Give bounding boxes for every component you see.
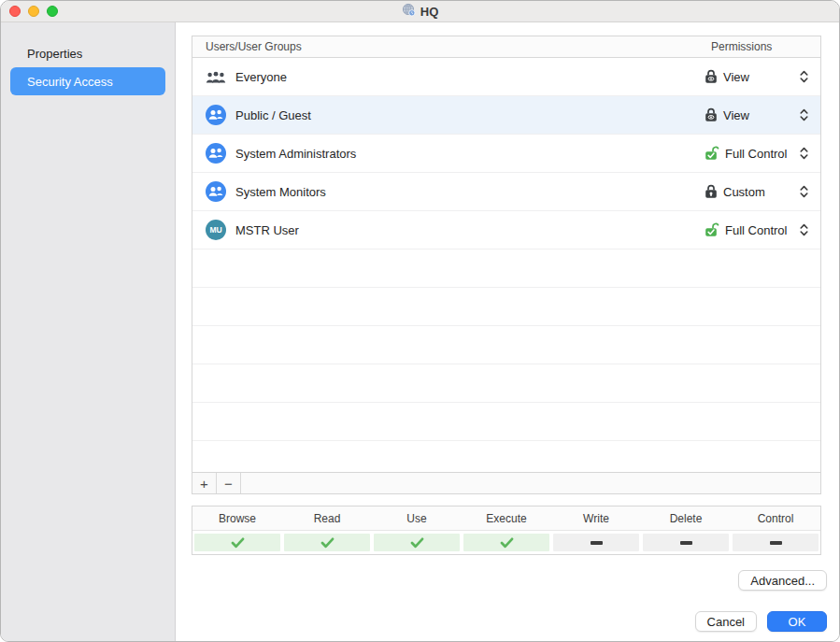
updown-chevrons-icon bbox=[799, 69, 809, 84]
user-group-avatar-icon bbox=[206, 105, 226, 125]
permission-column-header: Write bbox=[551, 512, 641, 525]
empty-table-row bbox=[192, 364, 820, 403]
permission-detail-grid: BrowseReadUseExecuteWriteDeleteControl bbox=[192, 506, 821, 555]
user-group-avatar-icon bbox=[206, 143, 226, 164]
permission-column-header: Browse bbox=[192, 512, 282, 525]
denied-dash-icon bbox=[733, 534, 819, 551]
permission-dropdown[interactable]: View bbox=[705, 107, 809, 122]
lock-open-icon bbox=[705, 146, 719, 161]
permission-toggle-cell[interactable] bbox=[192, 531, 282, 554]
lock-open-icon bbox=[705, 222, 719, 237]
table-row[interactable]: MUMSTR UserFull Control bbox=[192, 211, 820, 250]
permission-toggle-cell[interactable] bbox=[372, 531, 462, 554]
globe-clock-icon bbox=[402, 3, 416, 20]
sidebar: Properties Security Access bbox=[1, 22, 176, 641]
lock-closed-icon bbox=[705, 69, 718, 84]
permission-column-header: Read bbox=[282, 512, 372, 525]
security-access-panel: Users/User Groups Permissions EveryoneVi… bbox=[176, 22, 839, 641]
permission-value: View bbox=[723, 70, 749, 84]
permission-toggle-cell[interactable] bbox=[551, 531, 641, 554]
empty-table-row bbox=[192, 250, 820, 288]
permission-value: Full Control bbox=[725, 147, 787, 161]
permission-dropdown[interactable]: Custom bbox=[705, 184, 809, 199]
permission-toggle-cell[interactable] bbox=[731, 531, 820, 554]
updown-chevrons-icon bbox=[799, 107, 809, 122]
permission-value: Full Control bbox=[725, 223, 787, 237]
lock-closed-icon bbox=[705, 107, 718, 122]
permission-grid-header: BrowseReadUseExecuteWriteDeleteControl bbox=[192, 506, 820, 531]
table-row[interactable]: Public / GuestView bbox=[192, 96, 820, 135]
table-header: Users/User Groups Permissions bbox=[192, 36, 820, 58]
footer-buttons: Cancel OK bbox=[695, 611, 827, 632]
table-row[interactable]: System MonitorsCustom bbox=[192, 173, 820, 211]
list-toolbar: + − bbox=[192, 473, 821, 494]
users-table: Users/User Groups Permissions EveryoneVi… bbox=[192, 36, 821, 473]
lock-closed-icon bbox=[705, 184, 718, 199]
traffic-lights bbox=[9, 1, 58, 21]
permission-column-header: Execute bbox=[462, 512, 551, 525]
granted-check-icon bbox=[194, 534, 280, 551]
everyone-group-icon bbox=[206, 66, 226, 87]
permission-toggle-cell[interactable] bbox=[641, 531, 731, 554]
permission-toggle-cell[interactable] bbox=[462, 531, 551, 554]
permission-dropdown[interactable]: Full Control bbox=[705, 222, 809, 237]
updown-chevrons-icon bbox=[799, 184, 809, 199]
cancel-button[interactable]: Cancel bbox=[695, 611, 757, 632]
dialog-window: HQ Properties Security Access Users/User… bbox=[0, 0, 840, 642]
granted-check-icon bbox=[463, 534, 549, 551]
user-avatar: MU bbox=[206, 220, 226, 240]
sidebar-item-security-access[interactable]: Security Access bbox=[10, 67, 165, 95]
permission-column-header: Control bbox=[731, 512, 820, 525]
table-body: EveryoneViewPublic / GuestViewSystem Adm… bbox=[192, 58, 820, 473]
denied-dash-icon bbox=[553, 534, 639, 551]
updown-chevrons-icon bbox=[799, 222, 809, 237]
svg-text:MU: MU bbox=[209, 225, 221, 235]
denied-dash-icon bbox=[643, 534, 729, 551]
column-header-users: Users/User Groups bbox=[206, 40, 711, 53]
zoom-window-button[interactable] bbox=[47, 6, 58, 17]
empty-table-row bbox=[192, 288, 820, 326]
window-content: Properties Security Access Users/User Gr… bbox=[1, 22, 839, 641]
user-group-name: System Administrators bbox=[235, 147, 705, 161]
close-window-button[interactable] bbox=[9, 6, 21, 17]
sidebar-item-properties[interactable]: Properties bbox=[10, 39, 165, 67]
ok-button[interactable]: OK bbox=[767, 611, 827, 632]
user-group-name: Everyone bbox=[235, 70, 705, 84]
toolbar-filler bbox=[241, 473, 820, 493]
empty-table-row bbox=[192, 441, 820, 473]
minimize-window-button[interactable] bbox=[28, 6, 39, 17]
user-group-name: System Monitors bbox=[235, 185, 705, 199]
granted-check-icon bbox=[374, 534, 460, 551]
permission-dropdown[interactable]: View bbox=[705, 69, 809, 84]
user-group-avatar-icon bbox=[206, 181, 226, 202]
permission-grid-cells bbox=[192, 531, 820, 554]
user-group-name: MSTR User bbox=[235, 223, 705, 237]
window-title: HQ bbox=[420, 5, 439, 19]
permission-toggle-cell[interactable] bbox=[282, 531, 372, 554]
titlebar: HQ bbox=[1, 1, 839, 22]
permission-value: Custom bbox=[723, 185, 765, 199]
empty-table-row bbox=[192, 403, 820, 441]
column-header-permissions: Permissions bbox=[711, 40, 809, 53]
remove-user-button[interactable]: − bbox=[217, 473, 241, 493]
user-group-name: Public / Guest bbox=[235, 108, 705, 122]
granted-check-icon bbox=[284, 534, 370, 551]
permission-dropdown[interactable]: Full Control bbox=[705, 146, 809, 161]
advanced-button[interactable]: Advanced... bbox=[738, 570, 827, 591]
permission-column-header: Delete bbox=[641, 512, 731, 525]
window-title-group: HQ bbox=[402, 3, 439, 20]
permission-value: View bbox=[723, 108, 749, 122]
table-row[interactable]: EveryoneView bbox=[192, 58, 820, 96]
add-user-button[interactable]: + bbox=[192, 473, 217, 493]
updown-chevrons-icon bbox=[799, 146, 809, 161]
empty-table-row bbox=[192, 326, 820, 364]
permission-column-header: Use bbox=[372, 512, 462, 525]
table-row[interactable]: System AdministratorsFull Control bbox=[192, 135, 820, 173]
